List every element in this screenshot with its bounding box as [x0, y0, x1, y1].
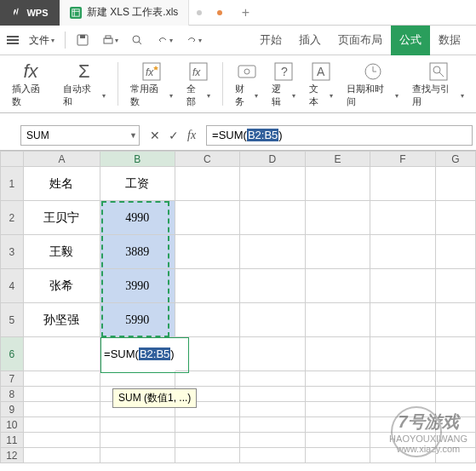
cell[interactable]	[23, 433, 100, 448]
cell[interactable]	[100, 371, 175, 387]
accept-formula-button[interactable]: ✓	[169, 129, 179, 142]
redo-button[interactable]: ▾	[180, 30, 207, 50]
cell[interactable]	[435, 235, 475, 269]
cell[interactable]	[435, 303, 475, 337]
row-header-6[interactable]: 6	[1, 337, 24, 371]
row-header-3[interactable]: 3	[1, 235, 24, 269]
cell[interactable]	[370, 433, 436, 448]
cell[interactable]	[305, 337, 370, 371]
cell[interactable]	[305, 371, 370, 387]
tab-insert[interactable]: 插入	[290, 26, 330, 55]
cell[interactable]	[23, 371, 100, 387]
cell-B2[interactable]: 4990	[100, 201, 175, 235]
cell[interactable]	[435, 402, 475, 417]
cancel-formula-button[interactable]: ✕	[150, 129, 160, 142]
cell[interactable]	[305, 402, 370, 417]
new-tab-button[interactable]: +	[230, 5, 261, 20]
cell[interactable]	[435, 201, 475, 235]
cell[interactable]	[305, 235, 370, 269]
cell[interactable]	[435, 167, 475, 201]
cell[interactable]	[175, 201, 240, 235]
cell[interactable]	[370, 337, 436, 371]
tab-layout[interactable]: 页面布局	[330, 26, 391, 55]
cell[interactable]	[240, 167, 306, 201]
row-header-5[interactable]: 5	[1, 303, 24, 337]
cell[interactable]	[435, 337, 475, 371]
col-header-C[interactable]: C	[175, 152, 240, 167]
cell[interactable]	[435, 269, 475, 303]
col-header-A[interactable]: A	[23, 152, 100, 167]
cell[interactable]	[240, 402, 306, 417]
cell[interactable]	[370, 167, 436, 201]
cell[interactable]	[305, 269, 370, 303]
cell[interactable]	[305, 303, 370, 337]
cell[interactable]	[175, 448, 240, 463]
cell[interactable]	[305, 167, 370, 201]
cell[interactable]	[305, 448, 370, 463]
cell[interactable]	[23, 387, 100, 402]
row-header-9[interactable]: 9	[1, 402, 24, 417]
cell[interactable]	[240, 235, 306, 269]
cell[interactable]	[370, 402, 436, 417]
col-header-B[interactable]: B	[100, 152, 175, 167]
col-header-E[interactable]: E	[305, 152, 370, 167]
datetime-functions-button[interactable]: 日期和时间▾	[341, 59, 404, 109]
cell[interactable]	[240, 337, 306, 371]
save-button[interactable]	[71, 30, 95, 50]
cell[interactable]	[305, 433, 370, 448]
cell[interactable]	[305, 201, 370, 235]
document-tab[interactable]: 新建 XLS 工作表.xls	[60, 0, 189, 26]
cell[interactable]	[175, 417, 240, 433]
cell[interactable]	[23, 402, 100, 417]
cell[interactable]	[240, 387, 306, 402]
cell[interactable]	[100, 433, 175, 448]
cell[interactable]	[435, 417, 475, 433]
tab-data[interactable]: 数据	[430, 26, 469, 55]
row-header-1[interactable]: 1	[1, 167, 24, 201]
cell-B5[interactable]: 5990	[100, 303, 175, 337]
cell[interactable]	[305, 387, 370, 402]
cell-A2[interactable]: 王贝宁	[23, 201, 100, 235]
cell[interactable]	[175, 337, 240, 371]
cell[interactable]	[370, 269, 436, 303]
cell[interactable]	[240, 371, 306, 387]
insert-function-button[interactable]: fx 插入函数	[7, 59, 54, 109]
cell[interactable]	[370, 303, 436, 337]
cell[interactable]	[240, 417, 306, 433]
lookup-functions-button[interactable]: 查找与引用▾	[407, 59, 469, 109]
row-header-8[interactable]: 8	[1, 387, 24, 402]
col-header-D[interactable]: D	[240, 152, 306, 167]
cell[interactable]	[240, 433, 306, 448]
undo-button[interactable]: ▾	[151, 30, 178, 50]
cell[interactable]	[175, 269, 240, 303]
fx-button[interactable]: fx	[187, 129, 196, 142]
all-functions-button[interactable]: fx 全部▾	[181, 59, 215, 109]
cell[interactable]	[175, 303, 240, 337]
tab-start[interactable]: 开始	[251, 26, 290, 55]
col-header-F[interactable]: F	[370, 152, 436, 167]
cell[interactable]	[175, 433, 240, 448]
print-button[interactable]: ▾	[96, 30, 123, 50]
text-functions-button[interactable]: A 文本▾	[304, 59, 338, 109]
cell[interactable]	[175, 167, 240, 201]
cell[interactable]	[240, 201, 306, 235]
col-header-G[interactable]: G	[435, 152, 475, 167]
select-all-corner[interactable]	[1, 152, 24, 167]
cell-B6[interactable]: =SUM(B2:B5)	[100, 337, 175, 371]
cell-B1[interactable]: 工资	[100, 167, 175, 201]
cell[interactable]	[370, 201, 436, 235]
file-menu[interactable]: 文件 ▾	[24, 31, 60, 50]
cell-A6[interactable]	[23, 337, 100, 371]
logic-functions-button[interactable]: ? 逻辑▾	[267, 59, 301, 109]
cell[interactable]	[370, 371, 436, 387]
print-preview-button[interactable]	[125, 30, 149, 50]
finance-functions-button[interactable]: 财务▾	[230, 59, 264, 109]
cell[interactable]	[23, 448, 100, 463]
cell[interactable]	[175, 235, 240, 269]
cell-B4[interactable]: 3990	[100, 269, 175, 303]
cell[interactable]	[370, 448, 436, 463]
cell[interactable]	[370, 417, 436, 433]
row-header-2[interactable]: 2	[1, 201, 24, 235]
row-header-12[interactable]: 12	[1, 448, 24, 463]
cell[interactable]	[240, 303, 306, 337]
